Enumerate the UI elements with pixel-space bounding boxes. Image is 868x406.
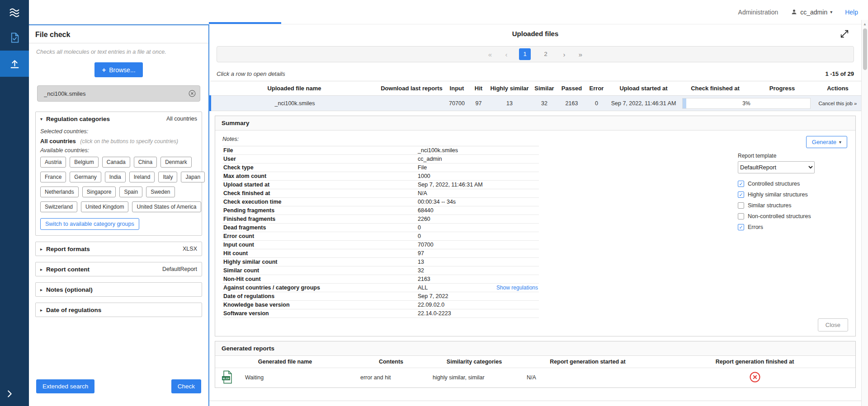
check-button[interactable]: Check <box>171 379 201 393</box>
report-template-label: Report template <box>738 153 776 159</box>
checkbox[interactable]: ✓ <box>738 213 744 219</box>
country-button[interactable]: Ireland <box>129 172 155 182</box>
pagination-last-button[interactable]: » <box>577 51 584 58</box>
report-file-name: Waiting <box>240 368 355 387</box>
file-name-input[interactable] <box>37 85 200 102</box>
expand-view-icon[interactable] <box>840 29 849 39</box>
country-button[interactable]: Singapore <box>82 187 116 197</box>
cell-file-name: _nci100k.smiles <box>210 96 378 111</box>
country-button[interactable]: France <box>40 172 66 182</box>
administration-link[interactable]: Administration <box>738 9 778 16</box>
scrollbar[interactable]: ▲ <box>861 20 868 406</box>
nav-file-upload-icon[interactable] <box>0 51 29 77</box>
clear-file-icon[interactable] <box>188 89 196 98</box>
chevron-down-icon: ▾ <box>839 140 841 145</box>
page-title: Uploaded files <box>512 30 559 37</box>
close-button[interactable]: Close <box>818 318 848 331</box>
panel-description: Checks all molecules or text entries in … <box>36 49 201 55</box>
progress-label: 3% <box>683 98 810 108</box>
cell-progress: Done (00:00:19 -- 19s) <box>750 401 812 406</box>
left-nav-rail <box>0 0 29 406</box>
active-tab-indicator <box>209 22 281 24</box>
report-row[interactable]: XLSX Waiting error and hit highly simila… <box>215 368 855 387</box>
browse-button[interactable]: + Browse... <box>94 62 142 77</box>
cell-download <box>378 96 445 111</box>
cell-passed: 2163 <box>558 96 585 111</box>
check-icon: ✓ <box>739 182 743 187</box>
user-menu[interactable]: cc_admin ▾ <box>791 9 832 16</box>
option-similar-structures[interactable]: ✓ Similar structures <box>738 202 811 209</box>
extended-search-button[interactable]: Extended search <box>36 379 94 393</box>
country-button[interactable]: Austria <box>40 157 66 168</box>
cell-highly-similar: 13 <box>488 96 531 111</box>
pagination-page-1[interactable]: 1 <box>519 48 531 60</box>
cell-error: 0 <box>585 401 607 406</box>
summary-row: Non-Hit count2163 <box>222 275 539 284</box>
topbar-menu: Administration cc_admin ▾ Help <box>738 9 858 16</box>
country-button[interactable]: Canada <box>102 157 130 168</box>
section-regulation-categories: ▾ Regulation categories All countries Se… <box>35 112 202 236</box>
table-row-selected[interactable]: _nci100k.smiles 70700 97 13 32 2163 0 Se… <box>210 96 861 111</box>
option-errors[interactable]: ✓ Errors <box>738 224 811 230</box>
checkbox[interactable]: ✓ <box>738 181 744 187</box>
report-contents: error and hit <box>355 368 427 387</box>
scroll-up-icon[interactable]: ▲ <box>862 20 868 26</box>
show-regulations-link[interactable]: Show regulations <box>496 285 538 291</box>
user-icon <box>791 9 797 15</box>
cell-similar: 4 <box>530 401 557 406</box>
regulation-categories-header[interactable]: ▾ Regulation categories All countries <box>36 112 202 126</box>
country-button[interactable]: Denmark <box>160 157 192 168</box>
generated-reports-table: Generated file name Contents Similarity … <box>215 356 855 387</box>
option-non-controlled-structures[interactable]: ✓ Non-controlled structures <box>738 213 811 219</box>
selected-countries-hint: (click on the buttons to specify countri… <box>80 138 178 145</box>
cancel-job-link[interactable]: Cancel this job » <box>818 101 857 106</box>
summary-row: Finished fragments2260 <box>222 215 539 224</box>
table-row[interactable]: mols-with-similaritys.sdf PDF 4 2 2 4 2 … <box>209 401 861 406</box>
file-check-panel: File check Checks all molecules or text … <box>29 24 209 406</box>
chemaxon-logo-icon[interactable] <box>0 0 29 24</box>
nav-structure-check-icon[interactable] <box>0 24 29 51</box>
summary-row: Check execution time00:00:34 -- 34s <box>222 198 539 206</box>
checkbox[interactable]: ✓ <box>738 224 744 230</box>
summary-row: Dead fragments0 <box>222 224 539 232</box>
pagination-first-button[interactable]: « <box>486 51 494 58</box>
country-button[interactable]: Belgium <box>70 157 98 168</box>
option-highly-similar-structures[interactable]: ✓ Highly similar structures <box>738 191 811 198</box>
panel-title: File check <box>29 31 208 43</box>
summary-row: Similar count32 <box>222 266 539 275</box>
generate-report-button[interactable]: Generate ▾ <box>806 136 847 148</box>
report-formats-header[interactable]: ▸ Report formats XLSX <box>36 242 202 256</box>
pagination-page-2[interactable]: 2 <box>540 48 552 60</box>
pagination-prev-button[interactable]: ‹ <box>503 51 510 58</box>
country-button[interactable]: Spain <box>119 187 142 197</box>
report-content-header[interactable]: ▸ Report content DefaultReport <box>36 262 202 276</box>
country-button[interactable]: Italy <box>158 172 177 182</box>
report-error-icon[interactable] <box>654 368 855 387</box>
summary-row: Max atom count1000 <box>222 172 539 181</box>
cell-file-name: mols-with-similaritys.sdf <box>209 401 377 406</box>
option-controlled-structures[interactable]: ✓ Controlled structures <box>738 181 811 187</box>
summary-row: Against countries / category groups ALL … <box>222 284 539 292</box>
country-button[interactable]: Germany <box>70 172 101 182</box>
expand-sidebar-chevron-icon[interactable] <box>0 389 14 401</box>
country-button[interactable]: Sweden <box>146 187 175 197</box>
country-button[interactable]: Japan <box>181 172 205 182</box>
country-button[interactable]: China <box>134 157 157 168</box>
summary-row: Highly similar count13 <box>222 258 539 266</box>
help-link[interactable]: Help <box>845 9 858 16</box>
notes-header[interactable]: ▸ Notes (optional) <box>36 283 202 296</box>
date-of-regulations-header[interactable]: ▸ Date of regulations <box>36 303 202 317</box>
country-button[interactable]: United States of America <box>132 201 201 212</box>
report-template-select[interactable]: DefaultReport <box>738 161 815 173</box>
country-button[interactable]: United Kingdom <box>81 201 128 212</box>
switch-category-groups-button[interactable]: Switch to available category groups <box>40 218 139 230</box>
checkbox[interactable]: ✓ <box>738 202 744 209</box>
country-button[interactable]: Netherlands <box>40 187 79 197</box>
collapse-triangle-icon: ▸ <box>40 308 42 313</box>
checkbox[interactable]: ✓ <box>738 191 744 198</box>
pagination-next-button[interactable]: › <box>561 51 568 58</box>
country-button[interactable]: Switzerland <box>40 201 77 212</box>
scrollbar-thumb[interactable] <box>863 28 867 70</box>
cell-upload-started: Sep 5, 2022, 10:18:27 AM <box>607 401 679 406</box>
country-button[interactable]: India <box>105 172 126 182</box>
